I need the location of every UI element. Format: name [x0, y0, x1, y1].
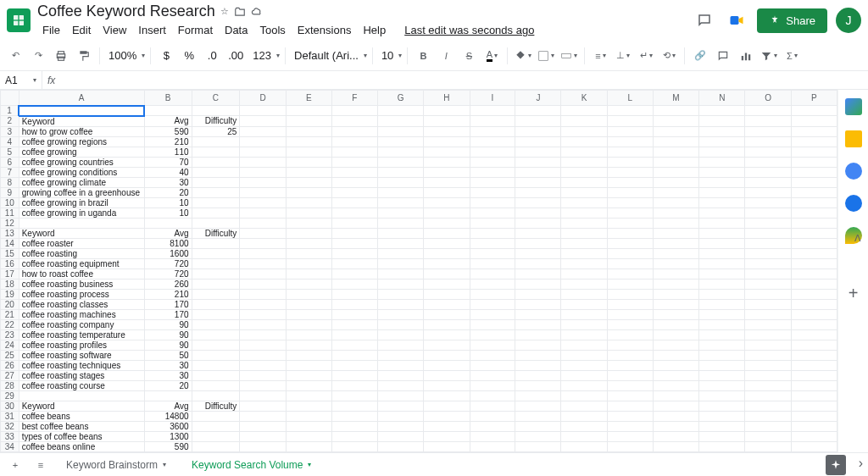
cell-F29[interactable]	[331, 390, 377, 401]
text-wrap-icon[interactable]: ↵	[636, 46, 656, 66]
row-header-25[interactable]: 25	[1, 350, 19, 360]
cell-D2[interactable]	[240, 116, 286, 127]
cell-N18[interactable]	[699, 279, 745, 289]
cell-N24[interactable]	[699, 340, 745, 350]
cell-K24[interactable]	[561, 340, 607, 350]
cell-B18[interactable]: 260	[144, 279, 192, 289]
cell-G14[interactable]	[377, 238, 423, 248]
cell-O33[interactable]	[745, 431, 791, 441]
cell-A7[interactable]: coffee growing conditions	[19, 167, 144, 177]
cell-P1[interactable]	[791, 106, 837, 116]
row-header-10[interactable]: 10	[1, 197, 19, 208]
cell-L14[interactable]	[607, 238, 653, 248]
cell-I18[interactable]	[470, 279, 515, 289]
cell-N6[interactable]	[699, 157, 745, 167]
cell-B30[interactable]: Avg	[144, 401, 192, 411]
cell-A1[interactable]	[19, 106, 144, 116]
borders-icon[interactable]	[536, 46, 556, 66]
cell-J4[interactable]	[515, 136, 561, 147]
cell-L26[interactable]	[607, 360, 653, 370]
cell-D22[interactable]	[240, 319, 286, 329]
cell-J14[interactable]	[515, 238, 561, 248]
cell-K12[interactable]	[561, 218, 607, 228]
cell-F9[interactable]	[331, 187, 377, 197]
cell-G28[interactable]	[377, 380, 423, 390]
cell-F11[interactable]	[331, 208, 377, 218]
cell-H22[interactable]	[424, 319, 470, 329]
cell-J33[interactable]	[515, 431, 561, 441]
cell-N25[interactable]	[699, 350, 745, 360]
cell-B22[interactable]: 90	[144, 319, 192, 329]
cell-B32[interactable]: 3600	[144, 421, 192, 431]
cell-O29[interactable]	[745, 390, 791, 401]
col-header-B[interactable]: B	[144, 91, 192, 106]
col-header-I[interactable]: I	[470, 91, 515, 106]
cell-L31[interactable]	[607, 411, 653, 421]
cell-O32[interactable]	[745, 421, 791, 431]
sheets-logo[interactable]	[7, 8, 31, 32]
cell-G11[interactable]	[377, 208, 423, 218]
cell-G3[interactable]	[377, 126, 423, 136]
cell-K27[interactable]	[561, 370, 607, 380]
cell-D24[interactable]	[240, 340, 286, 350]
cell-J26[interactable]	[515, 360, 561, 370]
cell-I3[interactable]	[470, 126, 515, 136]
cell-K34[interactable]	[561, 441, 607, 451]
cell-K7[interactable]	[561, 167, 607, 177]
bold-icon[interactable]: B	[413, 46, 433, 66]
text-color-icon[interactable]: A	[481, 46, 502, 66]
cell-H7[interactable]	[424, 167, 470, 177]
cell-O16[interactable]	[745, 258, 791, 268]
cell-A16[interactable]: coffee roasting equipment	[19, 258, 144, 268]
cell-A8[interactable]: coffee growing climate	[19, 177, 144, 187]
cell-H17[interactable]	[424, 268, 470, 279]
cell-C23[interactable]	[192, 329, 240, 340]
cell-K13[interactable]	[561, 228, 607, 238]
cell-C26[interactable]	[192, 360, 240, 370]
cell-J15[interactable]	[515, 248, 561, 258]
cell-M27[interactable]	[653, 370, 698, 380]
cell-D30[interactable]	[240, 401, 286, 411]
cell-A19[interactable]: coffee roasting process	[19, 289, 144, 299]
cell-N12[interactable]	[699, 218, 745, 228]
cell-E19[interactable]	[286, 289, 331, 299]
cell-K28[interactable]	[561, 380, 607, 390]
cell-N20[interactable]	[699, 299, 745, 309]
cell-L22[interactable]	[607, 319, 653, 329]
cell-I16[interactable]	[470, 258, 515, 268]
cell-D28[interactable]	[240, 380, 286, 390]
cell-H33[interactable]	[424, 431, 470, 441]
cell-B10[interactable]: 10	[144, 197, 192, 208]
cell-N10[interactable]	[699, 197, 745, 208]
cell-B27[interactable]: 30	[144, 370, 192, 380]
cell-F7[interactable]	[331, 167, 377, 177]
cell-I15[interactable]	[470, 248, 515, 258]
cell-C24[interactable]	[192, 340, 240, 350]
cell-N23[interactable]	[699, 329, 745, 340]
cell-O9[interactable]	[745, 187, 791, 197]
cell-J9[interactable]	[515, 187, 561, 197]
all-sheets-icon[interactable]: ≡	[31, 455, 51, 475]
cell-M31[interactable]	[653, 411, 698, 421]
cell-I28[interactable]	[470, 380, 515, 390]
cell-C9[interactable]	[192, 187, 240, 197]
cell-H8[interactable]	[424, 177, 470, 187]
cell-D7[interactable]	[240, 167, 286, 177]
cell-G19[interactable]	[377, 289, 423, 299]
functions-icon[interactable]: Σ	[782, 46, 802, 66]
menu-view[interactable]: View	[97, 22, 131, 38]
cell-E33[interactable]	[286, 431, 331, 441]
cell-M29[interactable]	[653, 390, 698, 401]
tasks-icon[interactable]	[845, 163, 862, 180]
cell-D32[interactable]	[240, 421, 286, 431]
cell-K14[interactable]	[561, 238, 607, 248]
cell-L2[interactable]	[607, 116, 653, 127]
cell-N13[interactable]	[699, 228, 745, 238]
cell-P8[interactable]	[791, 177, 837, 187]
cell-L33[interactable]	[607, 431, 653, 441]
cell-M26[interactable]	[653, 360, 698, 370]
cell-H21[interactable]	[424, 309, 470, 319]
cell-L23[interactable]	[607, 329, 653, 340]
cell-J31[interactable]	[515, 411, 561, 421]
cell-M17[interactable]	[653, 268, 698, 279]
